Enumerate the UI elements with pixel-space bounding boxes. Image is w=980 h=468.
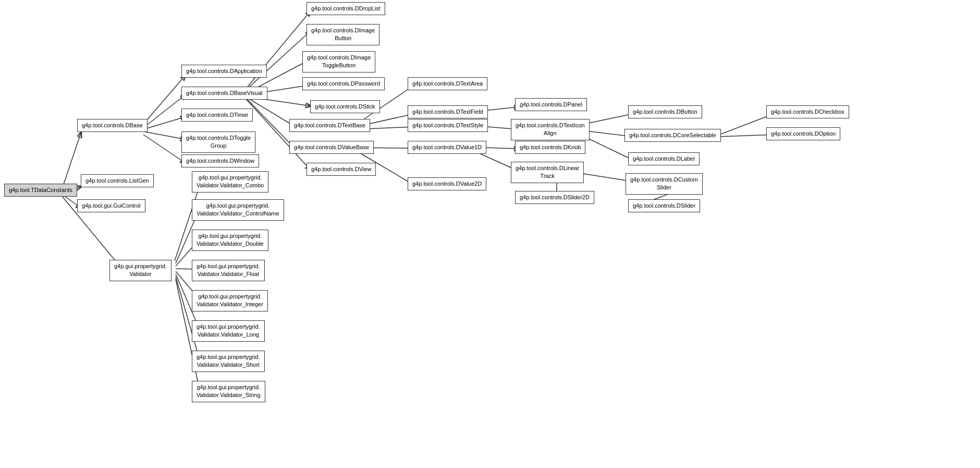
node-Validator-Float: g4p.tool.gui.propertygrid.Validator.Vali…: [192, 260, 265, 281]
node-DSlider2D: g4p.tool.controls.DSlider2D: [515, 191, 594, 204]
node-Validator-String: g4p.tool.gui.propertygrid.Validator.Vali…: [192, 381, 265, 402]
node-DLabel: g4p.tool.controls.DLabel: [628, 152, 700, 165]
node-DValue1D: g4p.tool.controls.DValue1D: [408, 141, 486, 154]
node-ListGen: g4p.tool.controls.ListGen: [81, 174, 154, 187]
node-DImageButton: g4p.tool.controls.DImageButton: [307, 24, 379, 45]
node-TDataConstants: g4p.tool.TDataConstants: [4, 184, 77, 197]
node-Validator-Double: g4p.tool.gui.propertygrid.Validator.Vali…: [192, 230, 268, 251]
node-Validator-ControlName: g4p.tool.gui.propertygrid.Validator.Vali…: [192, 199, 284, 221]
node-DBaseVisual: g4p.tool.controls.DBaseVisual: [181, 87, 267, 100]
node-DToggleGroup: g4p.tool.controls.DToggleGroup: [181, 131, 255, 153]
node-DCheckbox: g4p.tool.controls.DCheckbox: [766, 105, 849, 118]
node-DOption: g4p.tool.controls.DOption: [766, 127, 840, 140]
node-DApplication: g4p.tool.controls.DApplication: [181, 65, 267, 78]
node-DView: g4p.tool.controls.DView: [307, 163, 376, 176]
node-DDropList: g4p.tool.controls.DDropList: [307, 2, 385, 15]
node-GuiControl: g4p.tool.gui.GuiControl: [77, 199, 145, 212]
node-DCoreSelectable: g4p.tool.controls.DCoreSelectable: [624, 129, 721, 142]
node-Validator-Combo: g4p.tool.gui.propertygrid.Validator.Vali…: [192, 171, 268, 193]
edges-svg: [0, 0, 980, 468]
node-DPanel: g4p.tool.controls.DPanel: [515, 98, 587, 111]
node-DStick: g4p.tool.controls.DStick: [310, 100, 380, 113]
node-Validator-Long: g4p.tool.gui.propertygrid.Validator.Vali…: [192, 320, 265, 342]
node-DButton: g4p.tool.controls.DButton: [628, 105, 702, 118]
node-Validator-Short: g4p.tool.gui.propertygrid.Validator.Vali…: [192, 351, 265, 372]
node-DTextBase: g4p.tool.controls.DTextBase: [289, 119, 370, 132]
node-DPassword: g4p.tool.controls.DPassword: [302, 77, 385, 90]
diagram-container: g4p.tool.TDataConstants g4p.tool.control…: [0, 0, 980, 468]
node-DValueBase: g4p.tool.controls.DValueBase: [289, 141, 374, 154]
node-DTimer: g4p.tool.controls.DTimer: [181, 109, 253, 122]
node-DCustomSlider: g4p.tool.controls.DCustomSlider: [626, 173, 703, 195]
node-DWindow: g4p.tool.controls.DWindow: [181, 154, 259, 167]
node-Validator-Integer: g4p.tool.gui.propertygrid.Validator.Vali…: [192, 290, 268, 311]
node-DKnob: g4p.tool.controls.DKnob: [515, 141, 585, 154]
node-DTextField: g4p.tool.controls.DTextField: [408, 105, 488, 118]
node-DTextIconAlign: g4p.tool.controls.DTextIconAlign: [511, 119, 590, 140]
node-DTextStyle: g4p.tool.controls.DTextStyle: [408, 119, 488, 132]
node-DBase: g4p.tool.controls.DBase: [77, 119, 148, 132]
node-DTextArea: g4p.tool.controls.DTextArea: [408, 77, 487, 90]
node-Validator: g4p.gui.propertygrid.Validator: [109, 260, 172, 281]
node-DImageToggleButton: g4p.tool.controls.DImageToggleButton: [302, 51, 375, 73]
node-DSlider: g4p.tool.controls.DSlider: [628, 199, 700, 212]
node-DValue2D: g4p.tool.controls.DValue2D: [408, 177, 486, 190]
node-DLinearTrack: g4p.tool.controls.DLinearTrack: [511, 162, 584, 183]
